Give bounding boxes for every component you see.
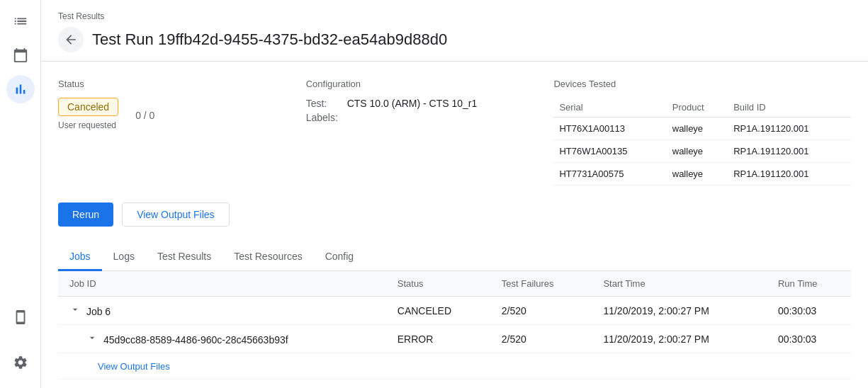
device-serial: HT76X1A00113 <box>553 118 666 140</box>
header: Test Results Test Run 19ffb42d-9455-4375… <box>41 0 868 62</box>
job-id-cell: Job 6 <box>58 297 386 325</box>
main-content: Test Results Test Run 19ffb42d-9455-4375… <box>41 0 868 388</box>
rerun-button[interactable]: Rerun <box>58 202 113 227</box>
devices-col-build: Build ID <box>728 98 851 118</box>
config-test-val: CTS 10.0 (ARM) - CTS 10_r1 <box>347 98 478 109</box>
page-title: Test Run 19ffb42d-9455-4375-bd32-ea54ab9… <box>92 30 447 49</box>
job-run-time: 00:30:03 <box>767 297 851 325</box>
config-block: Configuration Test: CTS 10.0 (ARM) - CTS… <box>306 79 554 186</box>
sidebar-item-analytics[interactable] <box>6 75 35 103</box>
device-product: walleye <box>667 140 728 163</box>
device-build: RP1A.191120.001 <box>728 118 851 140</box>
expand-button[interactable] <box>86 332 98 343</box>
view-output-row: View Output Files <box>58 353 851 380</box>
breadcrumb: Test Results <box>58 11 851 21</box>
config-test-key: Test: <box>306 98 342 109</box>
list-icon <box>13 13 28 29</box>
bar-chart-icon <box>13 81 28 97</box>
tabs: JobsLogsTest ResultsTest ResourcesConfig <box>58 244 851 271</box>
subjob-start-time: 11/20/2019, 2:00:27 PM <box>592 325 767 353</box>
calendar-icon <box>13 47 28 63</box>
status-sub: User requested <box>58 120 118 130</box>
settings-icon <box>13 355 28 370</box>
config-label: Configuration <box>306 79 554 89</box>
subjob-run-time: 00:30:03 <box>767 325 851 353</box>
tab-jobs[interactable]: Jobs <box>58 244 102 271</box>
device-row: HT7731A00575 walleye RP1A.191120.001 <box>553 163 851 186</box>
config-labels-row: Labels: <box>306 112 554 123</box>
back-arrow-icon <box>64 33 78 47</box>
job-status: CANCELED <box>386 297 490 325</box>
title-row: Test Run 19ffb42d-9455-4375-bd32-ea54ab9… <box>58 27 851 61</box>
subjob-status: ERROR <box>386 325 490 353</box>
subjob-id-cell: 45d9cc88-8589-4486-960c-28c45663b93f <box>58 325 386 353</box>
device-product: walleye <box>667 118 728 140</box>
sidebar-item-tasks[interactable] <box>6 7 35 35</box>
phone-icon <box>13 309 28 325</box>
view-output-button[interactable]: View Output Files <box>122 202 229 227</box>
col-failures: Test Failures <box>490 271 592 297</box>
sidebar-item-calendar[interactable] <box>6 41 35 69</box>
status-label: Status <box>58 79 306 89</box>
content-area: Status Canceled User requested 0 / 0 Con… <box>41 62 868 388</box>
jobs-table: Job ID Status Test Failures Start Time R… <box>58 271 851 380</box>
device-serial: HT76W1A00135 <box>553 140 666 163</box>
devices-label: Devices Tested <box>553 79 851 89</box>
config-labels-key: Labels: <box>306 112 342 123</box>
sidebar-item-settings[interactable] <box>6 348 35 377</box>
tab-test-results[interactable]: Test Results <box>146 244 222 271</box>
sidebar-item-devices[interactable] <box>6 303 35 331</box>
device-row: HT76X1A00113 walleye RP1A.191120.001 <box>553 118 851 140</box>
device-row: HT76W1A00135 walleye RP1A.191120.001 <box>553 140 851 163</box>
subjob-row: 45d9cc88-8589-4486-960c-28c45663b93f ERR… <box>58 325 851 353</box>
job-row: Job 6 CANCELED 2/520 11/20/2019, 2:00:27… <box>58 297 851 325</box>
col-job-id: Job ID <box>58 271 386 297</box>
action-buttons: Rerun View Output Files <box>58 202 851 227</box>
back-button[interactable] <box>58 27 84 52</box>
devices-table: Serial Product Build ID HT76X1A00113 wal… <box>553 98 851 186</box>
status-block: Status Canceled User requested 0 / 0 <box>58 79 306 186</box>
device-build: RP1A.191120.001 <box>728 163 851 186</box>
devices-block: Devices Tested Serial Product Build ID H… <box>553 79 851 186</box>
col-start: Start Time <box>592 271 767 297</box>
col-status: Status <box>386 271 490 297</box>
status-badge: Canceled <box>58 98 118 116</box>
sidebar <box>0 0 41 388</box>
info-section: Status Canceled User requested 0 / 0 Con… <box>58 79 851 186</box>
config-test-row: Test: CTS 10.0 (ARM) - CTS 10_r1 <box>306 98 554 109</box>
tab-config[interactable]: Config <box>314 244 365 271</box>
progress-text: 0 / 0 <box>135 110 154 121</box>
device-product: walleye <box>667 163 728 186</box>
devices-col-serial: Serial <box>553 98 666 118</box>
device-serial: HT7731A00575 <box>553 163 666 186</box>
subjob-failures: 2/520 <box>490 325 592 353</box>
expand-button[interactable] <box>69 304 81 315</box>
tab-test-resources[interactable]: Test Resources <box>222 244 313 271</box>
devices-col-product: Product <box>667 98 728 118</box>
col-runtime: Run Time <box>767 271 851 297</box>
tab-logs[interactable]: Logs <box>102 244 146 271</box>
view-output-link[interactable]: View Output Files <box>98 361 170 372</box>
device-build: RP1A.191120.001 <box>728 140 851 163</box>
job-start-time: 11/20/2019, 2:00:27 PM <box>592 297 767 325</box>
job-failures: 2/520 <box>490 297 592 325</box>
